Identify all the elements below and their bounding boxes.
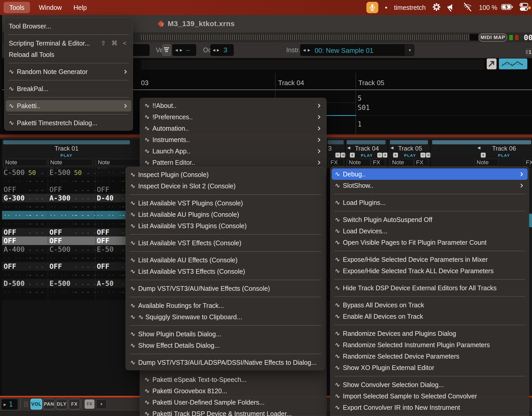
pattern-cell[interactable]: OFF- -- -	[2, 236, 48, 245]
pattern-row[interactable]: OFF- -- -OFF- -- -OFF- -- -	[2, 236, 141, 245]
menubar-item-tools[interactable]: Tools	[4, 2, 30, 13]
menu-item-load-devices[interactable]: ∿Load Devices...	[332, 225, 528, 237]
pattern-number-stepper[interactable]: ▶ 1	[2, 399, 18, 410]
pattern-cell[interactable]: ·· ·· ··- -- -	[2, 219, 48, 228]
vertical-scrollbar[interactable]	[529, 168, 532, 396]
pattern-cell[interactable]: ·· ·· ··- -- -	[2, 288, 48, 296]
instrument-right-arrow-icon[interactable]: ▶	[308, 48, 310, 52]
menu-item-pattern-editor[interactable]: ∿Pattern Editor..	[141, 157, 325, 168]
menu-item-tool-browser[interactable]: Tool Browser...	[6, 20, 131, 32]
menu-item-list-available-vst-effects-console[interactable]: ∿List Available VST Effects (Console)	[127, 237, 324, 249]
pattern-cell[interactable]: ·· ·· ··- -- -	[48, 288, 95, 296]
instrument-selector[interactable]: ◀ ▶ 00: New Sample 01 ▼	[300, 44, 414, 56]
pattern-cell[interactable]: OFF- -- -	[48, 185, 95, 194]
menu-item-list-available-vst-plugins-console[interactable]: ∿List Available VST Plugins (Console)	[127, 197, 324, 209]
pattern-row[interactable]: ·· ·· ··- -- -·· ·· ··- -- -·· ·· ··- --…	[2, 254, 141, 262]
column-toggle-fx[interactable]: FX	[69, 399, 80, 410]
column-toggle-pan[interactable]: PAN	[43, 399, 55, 410]
list-one-button[interactable]: 1	[525, 47, 532, 57]
track05-name[interactable]: Track 05	[390, 145, 430, 152]
menu-item-automation[interactable]: ∿Automation..	[141, 123, 325, 134]
track05-note-column-header[interactable]: Note	[390, 159, 413, 166]
pattern-row[interactable]: A-400- -- -C-500- -- -E-50- -- -	[2, 245, 141, 254]
velocity-keyboard-icon[interactable]	[162, 44, 171, 56]
sequence-strip[interactable]	[141, 60, 484, 71]
pattern-cell[interactable]: E-500- -- -	[48, 279, 95, 288]
pattern-cell[interactable]: ·· ·· ··- -- -	[2, 202, 48, 211]
menu-item-available-routings-for-track[interactable]: ∿Available Routings for Track...	[127, 300, 324, 311]
pattern-cell[interactable]: C-50050- -	[2, 168, 48, 177]
instrument-left-arrow-icon[interactable]: ◀	[303, 48, 306, 52]
menu-item-switch-plugin-autosuspend-off[interactable]: ∿Switch Plugin AutoSuspend Off	[332, 214, 528, 225]
scrollbar-thumb[interactable]	[529, 214, 532, 227]
pattern-cell[interactable]: ·· ·· ··- -- -	[48, 219, 95, 228]
octave-stepper[interactable]: ◀ ▶ 3	[210, 44, 234, 56]
pattern-row[interactable]: ·· ·· ··- -- -·· ·· ··- -- -·· ·· ··- --…	[2, 211, 141, 219]
menu-item-list-available-vst3-plugins-console[interactable]: ∿List Available VST3 Plugins (Console)	[127, 220, 324, 232]
track01-note-column-header[interactable]: Note	[96, 159, 140, 166]
menu-item-squiggly-sinewave-to-clipboard[interactable]: ∿∿ Squiggly Sinewave to Clipboard...	[127, 311, 324, 323]
menu-item-bypass-all-devices-on-track[interactable]: ∿Bypass All Devices on Track	[332, 299, 528, 311]
menu-item-show-effect-details-dialog[interactable]: ∿Show Effect Details Dialog...	[127, 340, 324, 351]
matrix-cell[interactable]: 5	[358, 94, 362, 102]
speaker-muted-icon[interactable]	[447, 3, 456, 12]
menu-item-slotshow[interactable]: ∿SlotShow..	[332, 180, 528, 191]
pattern-row[interactable]: D-500- -- -E-500- -- -A-50- -- -	[2, 279, 141, 288]
midi-map-button[interactable]: MIDI MAP	[479, 33, 507, 42]
matrix-cell[interactable]: S01	[358, 104, 370, 112]
menu-item-export-convolver-ir-into-new-instrument[interactable]: ∿Export Convolver IR into New Instrument	[332, 402, 528, 413]
track06-fx-column-header[interactable]: FX	[524, 159, 532, 166]
menu-item-show-convolver-selection-dialog[interactable]: ∿Show Convolver Selection Dialog...	[332, 379, 528, 390]
fx-dropdown-button[interactable]: ▼	[96, 399, 107, 409]
menu-item-scripting-terminal-editor[interactable]: Scripting Terminal & Editor...⇧ ⌘ <	[6, 38, 131, 49]
track04-fx-column-header[interactable]: FX	[371, 159, 385, 166]
slider-thumb[interactable]	[470, 34, 478, 41]
pattern-cell[interactable]: G-300- -- -	[2, 194, 48, 202]
menu-item-paketti[interactable]: ∿Paketti..	[6, 100, 131, 112]
menu-item-randomize-selected-instrument-plugin-param[interactable]: ∿Randomize Selected Instrument Plugin Pa…	[332, 339, 528, 351]
pattern-cell[interactable]: ·· ·· ··- -- -	[48, 254, 95, 262]
menu-item-instruments[interactable]: ∿Instruments..	[141, 134, 325, 145]
track05-minus-button[interactable]: −	[420, 153, 425, 158]
microphone-icon[interactable]	[366, 2, 378, 13]
external-link-button[interactable]	[487, 58, 497, 69]
menu-item-debug[interactable]: ∿Debug..	[332, 168, 528, 180]
pattern-cell[interactable]: ·· ·· ··- -- -	[2, 211, 48, 219]
velocity-right-arrow-icon[interactable]: ▶	[180, 48, 182, 52]
pattern-cell[interactable]: OFF- -- -	[48, 228, 95, 236]
menu-item-expose-hide-selected-track-all-device-para[interactable]: ∿Expose/Hide Selected Track ALL Device P…	[332, 265, 528, 277]
menu-item-randomize-devices-and-plugins-dialog[interactable]: ∿Randomize Devices and Plugins Dialog	[332, 328, 528, 339]
pattern-cell[interactable]: ·· ·· ··- -- -	[48, 211, 95, 219]
pattern-row[interactable]: C-50050- -E-50050- -·· ·· ··- -- -	[2, 168, 141, 177]
pattern-row[interactable]: ·· ·· ··- -- -·· ·· ··- -- -·· ·· ··- --…	[2, 202, 141, 211]
menu-item-load-plugins[interactable]: ∿Load Plugins...	[332, 197, 528, 208]
menu-item-enable-all-devices-on-track[interactable]: ∿Enable All Devices on Track	[332, 311, 528, 322]
pattern-cell[interactable]: ·· ·· ··- -- -	[48, 202, 95, 211]
pattern-cell[interactable]: D-500- -- -	[2, 279, 48, 288]
pattern-cell[interactable]: C-500- -- -	[48, 245, 95, 254]
menu-item-paketti-groovebox-8120[interactable]: ∿Paketti Groovebox 8120...	[141, 385, 325, 397]
column-toggle-vol[interactable]: VOL	[31, 399, 42, 410]
pattern-cell[interactable]: ·· ·· ··- -- -	[2, 177, 48, 185]
menu-item-show-xo-plugin-external-editor[interactable]: ∿Show XO Plugin External Editor	[332, 362, 528, 373]
waveform-view-button[interactable]	[499, 58, 527, 69]
menu-item-paketti-user-defined-sample-folders[interactable]: ∿Paketti User-Defined Sample Folders...	[141, 397, 325, 408]
menu-item-dump-vst-vst3-au-native-effects-console[interactable]: ∿Dump VST/VST3/AU/Native Effects (Consol…	[127, 283, 324, 294]
pattern-cell[interactable]: ·· ·· ··- -- -	[48, 271, 95, 279]
track04-minus-button[interactable]: −	[377, 153, 382, 158]
wifi-off-icon[interactable]	[463, 3, 472, 12]
menubar-item-window[interactable]: Window	[33, 0, 68, 15]
pattern-cell[interactable]: OFF- -- -	[2, 228, 48, 236]
pattern-cell[interactable]: ·· ·· ··- -- -	[48, 177, 95, 185]
pattern-editor-rows[interactable]: C-50050- -E-50050- -·· ·· ··- -- -·· ·· …	[2, 168, 141, 296]
asterisk-flower-icon[interactable]	[432, 3, 441, 12]
pattern-cell[interactable]: ·· ·· ··- -- -	[2, 254, 48, 262]
frontmost-app-name[interactable]: timestretch	[394, 4, 426, 11]
track01-note-column-header[interactable]: Note	[48, 159, 92, 166]
menu-item-random-note-generator[interactable]: ∿Random Note Generator	[6, 66, 131, 77]
position-slider[interactable]	[141, 34, 471, 40]
pattern-row[interactable]: OFF- -- -OFF- -- -OFF- -- -	[2, 228, 141, 236]
pattern-cell[interactable]: A-300- -- -	[48, 194, 95, 202]
matrix-track05-label[interactable]: Track 05	[358, 79, 384, 87]
menu-item-list-available-vst3-effects-console[interactable]: ∿List Available VST3 Effects (Console)	[127, 266, 324, 277]
